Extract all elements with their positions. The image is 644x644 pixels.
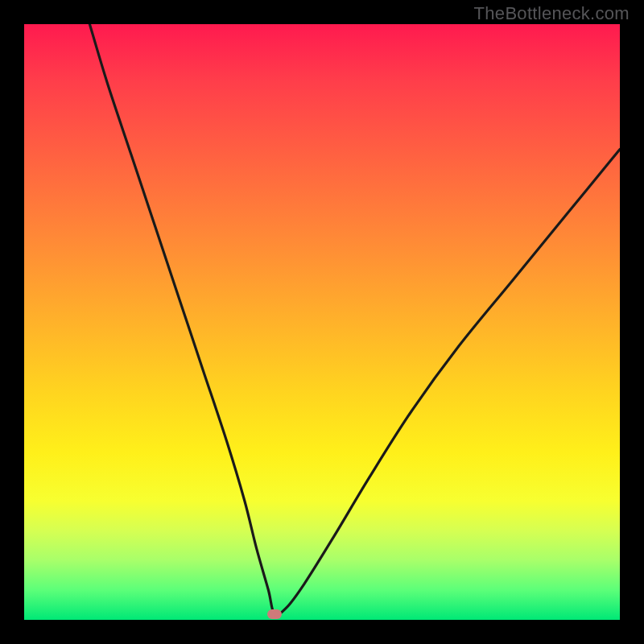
- minimum-marker: [267, 609, 282, 619]
- curve-svg: [24, 24, 620, 620]
- chart-frame: TheBottleneck.com: [0, 0, 644, 644]
- plot-area: [24, 24, 620, 620]
- bottleneck-curve: [89, 24, 620, 615]
- watermark-text: TheBottleneck.com: [474, 3, 630, 24]
